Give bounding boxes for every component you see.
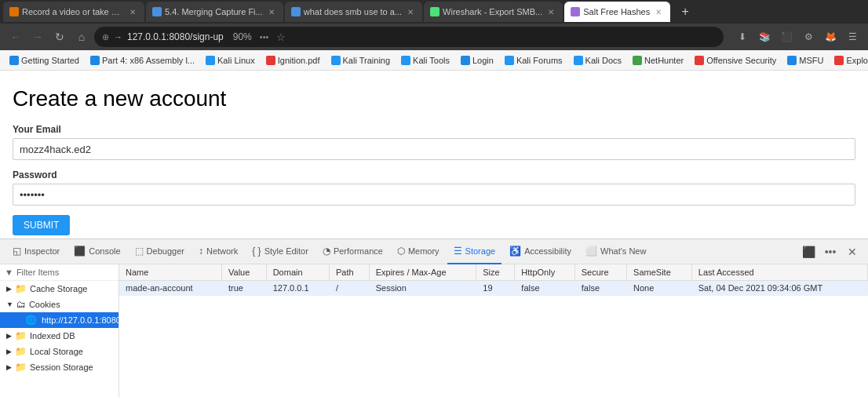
- tab-favicon-1: [9, 7, 19, 16]
- bookmark-kali-linux[interactable]: Kali Linux: [201, 54, 260, 67]
- tab-record[interactable]: Record a video or take a screenshot of y…: [3, 2, 144, 22]
- col-name: Name: [119, 264, 222, 281]
- sidebar-item-cookies[interactable]: ▼ 🗂 Cookies: [0, 297, 119, 312]
- bookmark-icon-11: [695, 56, 704, 65]
- cookies-tree-icon: ▼: [6, 300, 13, 308]
- home-button[interactable]: ⌂: [72, 27, 91, 46]
- tab-salt-hashes[interactable]: Salt Free Hashes ✕: [564, 2, 670, 22]
- sidebar-item-indexed-db[interactable]: ▶ 📁 Indexed DB: [0, 328, 119, 344]
- indexed-db-folder-icon: 📁: [15, 330, 27, 341]
- bookmark-kali-training[interactable]: Kali Training: [326, 54, 396, 67]
- new-tab-button[interactable]: +: [675, 2, 695, 22]
- cell-size: 19: [476, 281, 515, 296]
- bookmark-offensive-security[interactable]: Offensive Security: [690, 54, 781, 67]
- devtools-tab-memory[interactable]: ⬡ Memory: [391, 239, 446, 264]
- bookmark-label-5: Kali Training: [343, 56, 391, 65]
- bookmark-label-4: Ignition.pdf: [278, 56, 320, 65]
- sidebar-item-session-storage[interactable]: ▶ 📁 Session Storage: [0, 359, 119, 375]
- col-last-accessed: Last Accessed: [691, 264, 867, 281]
- tab-favicon-4: [430, 7, 439, 16]
- bookmark-kali-tools[interactable]: Kali Tools: [396, 54, 454, 67]
- col-secure: Secure: [574, 264, 626, 281]
- devtools-tab-style-editor[interactable]: { } Style Editor: [246, 239, 315, 264]
- cell-secure: false: [574, 281, 626, 296]
- bookmarks-bar: Getting Started Part 4: x86 Assembly l..…: [0, 50, 868, 71]
- sync-icon[interactable]: ⬛: [777, 27, 796, 46]
- cell-expires: Session: [369, 281, 476, 296]
- bookmark-icon-5: [331, 56, 341, 65]
- bookmark-kali-docs[interactable]: Kali Docs: [569, 54, 626, 67]
- sidebar-item-cache-storage[interactable]: ▶ 📁 Cache Storage: [0, 281, 119, 297]
- tab-close-3[interactable]: ✕: [405, 6, 416, 17]
- bookmark-login[interactable]: Login: [456, 54, 498, 67]
- devtools-tab-inspector[interactable]: ◱ Inspector: [6, 239, 66, 264]
- devtools-tab-storage[interactable]: ☰ Storage: [447, 239, 502, 264]
- devtools-tab-network[interactable]: ↕ Network: [192, 239, 244, 264]
- col-domain: Domain: [266, 264, 329, 281]
- devtools-close-button[interactable]: ✕: [843, 242, 862, 261]
- table-row[interactable]: made-an-account true 127.0.0.1 / Session…: [119, 281, 868, 296]
- submit-button[interactable]: SUBMIT: [13, 215, 70, 235]
- forward-button[interactable]: →: [28, 27, 47, 46]
- cell-name: made-an-account: [119, 281, 222, 296]
- devtools-undock-button[interactable]: ⬛: [799, 242, 818, 261]
- email-input[interactable]: [13, 138, 855, 160]
- password-input[interactable]: [13, 184, 855, 206]
- bookmark-nethunter[interactable]: NetHunter: [628, 54, 688, 67]
- bookmark-label-13: Exploit-DB: [846, 56, 868, 65]
- url-bar[interactable]: ⊕ → 127.0.0.1:8080/sign-up 90% ••• ☆: [94, 27, 724, 47]
- sidebar-item-cookies-localhost[interactable]: 🌐 http://127.0.0.1:8080: [0, 312, 119, 328]
- tab-bar: Record a video or take a screenshot of y…: [0, 0, 868, 24]
- bookmark-msfu[interactable]: MSFU: [782, 54, 828, 67]
- bookmark-label-12: MSFU: [799, 56, 823, 65]
- tab-wireshark[interactable]: Wireshark - Export SMB... ✕: [424, 2, 563, 22]
- whats-new-label: What's New: [600, 246, 646, 256]
- accessibility-label: Accessibility: [524, 246, 571, 256]
- bookmark-kali-forums[interactable]: Kali Forums: [500, 54, 567, 67]
- cookies-folder-icon: 🗂: [16, 299, 26, 310]
- addon-icon[interactable]: 🦊: [821, 27, 840, 46]
- tab-close-5[interactable]: ✕: [653, 6, 664, 17]
- cache-storage-label: Cache Storage: [30, 284, 87, 293]
- bookmark-label-1: Getting Started: [21, 56, 79, 65]
- menu-button[interactable]: ☰: [843, 27, 862, 46]
- refresh-button[interactable]: ↻: [50, 27, 69, 46]
- bookmark-icon-8: [505, 56, 514, 65]
- sidebar-item-local-storage[interactable]: ▶ 📁 Local Storage: [0, 344, 119, 359]
- library-icon[interactable]: 📚: [755, 27, 774, 46]
- devtools-tab-debugger[interactable]: ⬚ Debugger: [129, 239, 191, 264]
- devtools-sidebar: ▼ Filter Items ▶ 📁 Cache Storage ▼ 🗂 Coo…: [0, 264, 119, 397]
- cell-path: /: [330, 281, 370, 296]
- bookmark-part4[interactable]: Part 4: x86 Assembly l...: [86, 54, 199, 67]
- zoom-level: 90%: [233, 31, 252, 42]
- tab-merging[interactable]: 5.4. Merging Capture Fi... ✕: [146, 2, 283, 22]
- tab-smb[interactable]: what does smb use to a... ✕: [285, 2, 422, 22]
- tab-close-4[interactable]: ✕: [545, 6, 556, 17]
- col-samesite: SameSite: [627, 264, 692, 281]
- download-icon[interactable]: ⬇: [733, 27, 752, 46]
- devtools-tab-whats-new[interactable]: ⬜ What's New: [579, 239, 652, 264]
- tab-close-1[interactable]: ✕: [127, 6, 138, 17]
- console-label: Console: [89, 246, 120, 256]
- bookmark-icon-4: [266, 56, 275, 65]
- bookmark-getting-started[interactable]: Getting Started: [5, 54, 84, 67]
- tab-label-1: Record a video or take a screenshot of y…: [22, 7, 124, 16]
- bookmark-label-9: Kali Docs: [585, 56, 622, 65]
- bookmark-exploit-db[interactable]: Exploit-DB: [830, 54, 868, 67]
- devtools-tab-console[interactable]: ⬛ Console: [67, 239, 126, 264]
- devtools-panel: ◱ Inspector ⬛ Console ⬚ Debugger ↕ Netwo…: [0, 239, 868, 397]
- cell-last-accessed: Sat, 04 Dec 2021 09:34:06 GMT: [691, 281, 867, 296]
- tab-favicon-2: [152, 7, 162, 16]
- devtools-tab-accessibility[interactable]: ♿ Accessibility: [503, 239, 578, 264]
- debugger-icon: ⬚: [135, 246, 144, 257]
- lock-icon: ⊕: [102, 32, 109, 42]
- devtools-tab-performance[interactable]: ◔ Performance: [316, 239, 389, 264]
- settings-icon[interactable]: ⚙: [799, 27, 818, 46]
- devtools-more-button[interactable]: •••: [821, 242, 840, 261]
- tab-close-2[interactable]: ✕: [266, 6, 277, 17]
- back-button[interactable]: ←: [6, 27, 25, 46]
- bookmark-ignition[interactable]: Ignition.pdf: [261, 54, 325, 67]
- local-storage-tree-icon: ▶: [6, 348, 12, 355]
- email-label: Your Email: [13, 124, 855, 135]
- storage-table-body: made-an-account true 127.0.0.1 / Session…: [119, 281, 868, 296]
